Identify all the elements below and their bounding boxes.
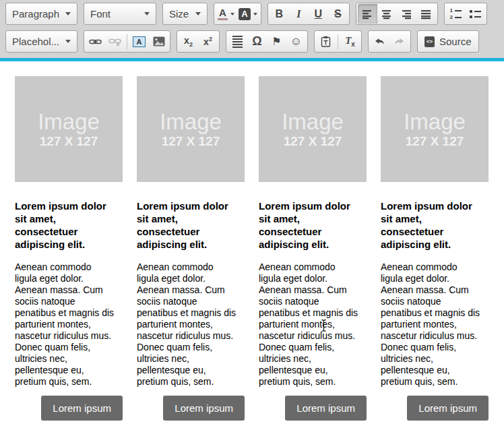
background-color-button[interactable]: A: [237, 4, 259, 24]
superscript-button[interactable]: x2: [198, 32, 218, 51]
numbered-list-button[interactable]: 1 2: [446, 4, 466, 24]
dropdown-arrow-icon: [65, 40, 71, 43]
align-center-button[interactable]: [377, 4, 397, 24]
bulleted-list-icon: [470, 10, 481, 18]
image-placeholder-label: Image: [282, 110, 344, 134]
column-button[interactable]: Lorem ipsum: [41, 396, 123, 421]
horizontal-rule-button[interactable]: [228, 32, 247, 51]
list-group: 1 2: [444, 3, 487, 25]
image-placeholder[interactable]: Image 127 X 127: [259, 76, 367, 182]
horizontal-rule-icon: [232, 36, 243, 48]
column-button-row: Lorem ipsum: [137, 396, 245, 421]
align-left-icon: [362, 9, 373, 20]
boxed-a-button[interactable]: A: [129, 32, 149, 51]
font-size-combo[interactable]: Size: [162, 3, 208, 25]
bold-button[interactable]: B: [270, 4, 289, 24]
paste-text-icon: [321, 36, 331, 47]
redo-button[interactable]: [389, 32, 409, 51]
strikethrough-button[interactable]: S: [328, 4, 348, 24]
background-color-icon: A: [239, 8, 251, 20]
color-group: A A: [214, 3, 261, 25]
anchor-button[interactable]: ⚑: [267, 32, 286, 51]
special-character-icon: Ω: [252, 34, 261, 49]
image-placeholder-label: Image: [38, 110, 100, 134]
column-heading[interactable]: Lorem ipsum dolorsit amet,consectetuerad…: [137, 199, 245, 251]
insert-group: Ω ⚑ ☺: [226, 30, 308, 53]
content-column: Image 127 X 127 Lorem ipsum dolorsit ame…: [15, 76, 123, 430]
image-placeholder-size: 127 X 127: [162, 134, 220, 149]
column-heading[interactable]: Lorem ipsum dolorsit amet,consectetuerad…: [381, 199, 489, 251]
link-button[interactable]: [86, 32, 105, 51]
link-image-group: A: [84, 30, 170, 53]
smiley-icon: ☺: [290, 35, 302, 49]
column-body[interactable]: Aenean commodoligula eget dolor.Aenean m…: [259, 262, 379, 388]
redo-icon: [393, 37, 405, 47]
column-body[interactable]: Aenean commodoligula eget dolor.Aenean m…: [15, 262, 135, 388]
column-button[interactable]: Lorem ipsum: [407, 396, 489, 421]
paragraph-format-combo[interactable]: Paragraph: [5, 3, 77, 25]
column-body[interactable]: Aenean commodoligula eget dolor.Aenean m…: [137, 262, 257, 388]
column-button[interactable]: Lorem ipsum: [285, 396, 367, 421]
remove-format-icon: Tx: [345, 35, 355, 48]
undo-icon: [374, 37, 385, 47]
subscript-icon: x2: [184, 35, 193, 48]
undo-button[interactable]: [370, 32, 389, 51]
basic-styles-group: B I U S: [267, 3, 350, 25]
link-icon: [89, 38, 102, 46]
column-button[interactable]: Lorem ipsum: [163, 396, 245, 421]
dropdown-arrow-icon: [65, 12, 71, 16]
underline-button[interactable]: U: [309, 4, 328, 24]
source-icon: <>: [424, 36, 435, 47]
unlink-button[interactable]: [105, 32, 125, 51]
subsup-group: x2 x2: [177, 30, 220, 53]
alignment-group: [356, 3, 438, 25]
image-placeholder[interactable]: Image 127 X 127: [381, 76, 489, 182]
unlink-icon: [108, 37, 121, 47]
smiley-button[interactable]: ☺: [286, 32, 306, 51]
image-placeholder[interactable]: Image 127 X 127: [137, 76, 245, 182]
placeholder-combo-label: Placehol...: [12, 36, 61, 47]
font-size-label: Size: [169, 8, 191, 20]
font-name-combo[interactable]: Font: [84, 3, 156, 25]
column-heading[interactable]: Lorem ipsum dolorsit amet,consectetuerad…: [15, 199, 123, 251]
strikethrough-icon: S: [334, 8, 342, 20]
align-right-button[interactable]: [397, 4, 416, 24]
image-placeholder-size: 127 X 127: [40, 134, 98, 149]
align-left-button[interactable]: [358, 4, 377, 24]
italic-button[interactable]: I: [289, 4, 309, 24]
align-justify-icon: [420, 9, 431, 20]
source-button[interactable]: <> Source: [417, 30, 479, 53]
text-color-icon: A: [218, 7, 228, 20]
editor-content-area[interactable]: Image 127 X 127 Lorem ipsum dolorsit ame…: [0, 61, 504, 430]
align-right-icon: [401, 9, 412, 20]
placeholder-combo[interactable]: Placehol...: [5, 30, 77, 53]
paste-text-button[interactable]: [316, 32, 336, 51]
numbered-list-icon: 1 2: [450, 9, 462, 20]
subscript-button[interactable]: x2: [179, 32, 198, 51]
content-column: Image 127 X 127 Lorem ipsum dolorsit ame…: [381, 76, 489, 430]
dropdown-arrow-icon: [230, 13, 234, 16]
content-column: Image 127 X 127 Lorem ipsum dolorsit ame…: [259, 76, 367, 430]
paste-format-group: Tx: [314, 30, 362, 53]
underline-icon: U: [315, 8, 323, 20]
column-button-row: Lorem ipsum: [259, 396, 367, 421]
paragraph-format-label: Paragraph: [12, 8, 61, 20]
align-justify-button[interactable]: [416, 4, 436, 24]
bold-icon: B: [276, 8, 284, 20]
align-center-icon: [381, 9, 392, 20]
image-button[interactable]: [149, 32, 168, 51]
text-color-button[interactable]: A: [216, 4, 237, 24]
font-name-label: Font: [90, 8, 140, 20]
image-placeholder-size: 127 X 127: [284, 134, 342, 149]
special-character-button[interactable]: Ω: [247, 32, 267, 51]
column-body[interactable]: Aenean commodoligula eget dolor.Aenean m…: [381, 262, 501, 388]
italic-icon: I: [296, 8, 301, 20]
toolbar-separator: [127, 34, 127, 49]
image-placeholder[interactable]: Image 127 X 127: [15, 76, 123, 182]
column-button-row: Lorem ipsum: [381, 396, 489, 421]
remove-format-button[interactable]: Tx: [340, 32, 360, 51]
bulleted-list-button[interactable]: [466, 4, 485, 24]
content-column: Image 127 X 127 Lorem ipsum dolorsit ame…: [137, 76, 245, 430]
column-heading[interactable]: Lorem ipsum dolorsit amet,consectetuerad…: [259, 199, 367, 251]
dropdown-arrow-icon: [144, 12, 150, 16]
